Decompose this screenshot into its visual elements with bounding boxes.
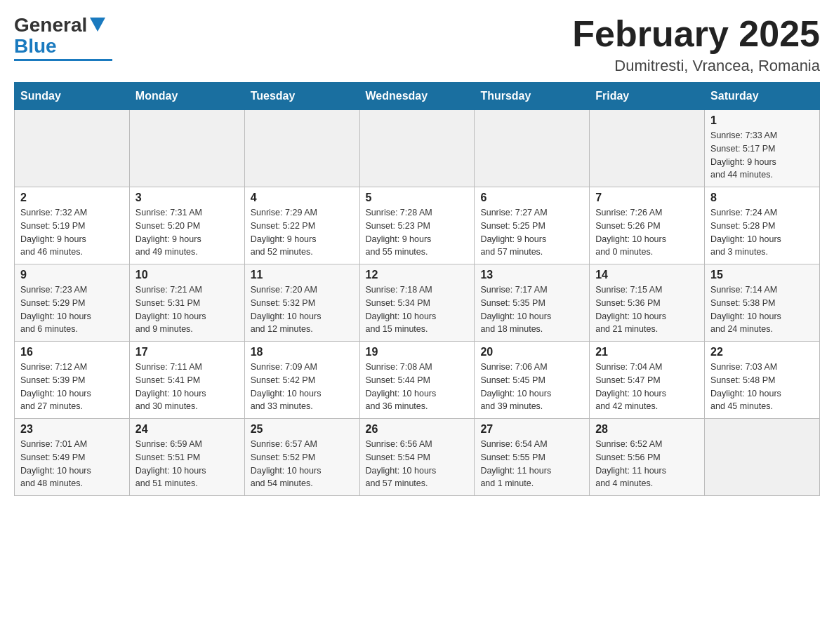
logo-triangle-icon bbox=[90, 18, 105, 32]
table-row: 13Sunrise: 7:17 AMSunset: 5:35 PMDayligh… bbox=[475, 264, 590, 342]
day-number: 22 bbox=[710, 346, 814, 358]
table-row: 5Sunrise: 7:28 AMSunset: 5:23 PMDaylight… bbox=[359, 187, 475, 264]
day-info: Sunrise: 7:23 AMSunset: 5:29 PMDaylight:… bbox=[20, 283, 124, 336]
day-info: Sunrise: 7:11 AMSunset: 5:41 PMDaylight:… bbox=[135, 361, 239, 413]
page-header: General Blue February 2025 Dumitresti, V… bbox=[14, 14, 820, 75]
table-row: 3Sunrise: 7:31 AMSunset: 5:20 PMDaylight… bbox=[129, 187, 244, 264]
day-number: 24 bbox=[135, 423, 239, 436]
day-number: 8 bbox=[710, 192, 814, 204]
day-number: 2 bbox=[20, 192, 124, 204]
table-row bbox=[590, 110, 705, 187]
calendar-week-row: 1Sunrise: 7:33 AMSunset: 5:17 PMDaylight… bbox=[15, 110, 820, 187]
table-row: 26Sunrise: 6:56 AMSunset: 5:54 PMDayligh… bbox=[359, 419, 475, 496]
day-number: 1 bbox=[710, 114, 814, 127]
table-row: 27Sunrise: 6:54 AMSunset: 5:55 PMDayligh… bbox=[475, 419, 590, 496]
calendar-header-row: Sunday Monday Tuesday Wednesday Thursday… bbox=[15, 83, 820, 110]
day-info: Sunrise: 7:03 AMSunset: 5:48 PMDaylight:… bbox=[710, 361, 814, 413]
table-row: 6Sunrise: 7:27 AMSunset: 5:25 PMDaylight… bbox=[475, 187, 590, 264]
day-number: 3 bbox=[135, 192, 239, 204]
table-row: 21Sunrise: 7:04 AMSunset: 5:47 PMDayligh… bbox=[590, 342, 705, 419]
logo-general: General bbox=[14, 14, 87, 36]
table-row bbox=[15, 110, 130, 187]
day-number: 18 bbox=[251, 346, 354, 358]
day-info: Sunrise: 7:08 AMSunset: 5:44 PMDaylight:… bbox=[366, 361, 469, 413]
table-row: 2Sunrise: 7:32 AMSunset: 5:19 PMDaylight… bbox=[15, 187, 130, 264]
month-title: February 2025 bbox=[572, 14, 820, 54]
day-info: Sunrise: 7:17 AMSunset: 5:35 PMDaylight:… bbox=[480, 283, 583, 336]
logo: General Blue bbox=[14, 14, 112, 61]
day-info: Sunrise: 7:33 AMSunset: 5:17 PMDaylight:… bbox=[710, 129, 814, 182]
day-info: Sunrise: 6:57 AMSunset: 5:52 PMDaylight:… bbox=[251, 438, 354, 490]
day-info: Sunrise: 6:52 AMSunset: 5:56 PMDaylight:… bbox=[595, 438, 699, 490]
day-number: 10 bbox=[135, 269, 239, 281]
table-row: 14Sunrise: 7:15 AMSunset: 5:36 PMDayligh… bbox=[590, 264, 705, 342]
header-saturday: Saturday bbox=[705, 83, 820, 110]
day-number: 25 bbox=[251, 423, 354, 436]
table-row: 17Sunrise: 7:11 AMSunset: 5:41 PMDayligh… bbox=[129, 342, 244, 419]
table-row: 10Sunrise: 7:21 AMSunset: 5:31 PMDayligh… bbox=[129, 264, 244, 342]
table-row: 22Sunrise: 7:03 AMSunset: 5:48 PMDayligh… bbox=[705, 342, 820, 419]
day-number: 17 bbox=[135, 346, 239, 358]
day-info: Sunrise: 7:15 AMSunset: 5:36 PMDaylight:… bbox=[595, 283, 699, 336]
day-info: Sunrise: 7:14 AMSunset: 5:38 PMDaylight:… bbox=[710, 283, 814, 336]
day-number: 4 bbox=[251, 192, 354, 204]
day-number: 26 bbox=[366, 423, 469, 436]
header-right: February 2025 Dumitresti, Vrancea, Roman… bbox=[572, 14, 820, 75]
table-row bbox=[129, 110, 244, 187]
day-info: Sunrise: 7:01 AMSunset: 5:49 PMDaylight:… bbox=[20, 438, 124, 490]
location: Dumitresti, Vrancea, Romania bbox=[572, 57, 820, 75]
header-thursday: Thursday bbox=[475, 83, 590, 110]
calendar-table: Sunday Monday Tuesday Wednesday Thursday… bbox=[14, 82, 820, 496]
calendar-week-row: 9Sunrise: 7:23 AMSunset: 5:29 PMDaylight… bbox=[15, 264, 820, 342]
table-row bbox=[705, 419, 820, 496]
day-info: Sunrise: 6:59 AMSunset: 5:51 PMDaylight:… bbox=[135, 438, 239, 490]
table-row bbox=[475, 110, 590, 187]
day-number: 23 bbox=[20, 423, 124, 436]
table-row: 4Sunrise: 7:29 AMSunset: 5:22 PMDaylight… bbox=[244, 187, 359, 264]
day-number: 20 bbox=[480, 346, 583, 358]
day-number: 27 bbox=[480, 423, 583, 436]
day-number: 16 bbox=[20, 346, 124, 358]
header-tuesday: Tuesday bbox=[244, 83, 359, 110]
day-number: 12 bbox=[366, 269, 469, 281]
day-number: 13 bbox=[480, 269, 583, 281]
day-number: 21 bbox=[595, 346, 699, 358]
day-number: 9 bbox=[20, 269, 124, 281]
table-row: 12Sunrise: 7:18 AMSunset: 5:34 PMDayligh… bbox=[359, 264, 475, 342]
logo-text: General bbox=[14, 14, 105, 36]
table-row: 28Sunrise: 6:52 AMSunset: 5:56 PMDayligh… bbox=[590, 419, 705, 496]
day-info: Sunrise: 7:31 AMSunset: 5:20 PMDaylight:… bbox=[135, 206, 239, 259]
calendar-week-row: 2Sunrise: 7:32 AMSunset: 5:19 PMDaylight… bbox=[15, 187, 820, 264]
svg-marker-0 bbox=[90, 18, 105, 32]
day-number: 6 bbox=[480, 192, 583, 204]
day-number: 19 bbox=[366, 346, 469, 358]
day-info: Sunrise: 7:18 AMSunset: 5:34 PMDaylight:… bbox=[366, 283, 469, 336]
calendar-week-row: 23Sunrise: 7:01 AMSunset: 5:49 PMDayligh… bbox=[15, 419, 820, 496]
logo-blue-text: Blue bbox=[14, 35, 57, 57]
day-info: Sunrise: 7:26 AMSunset: 5:26 PMDaylight:… bbox=[595, 206, 699, 259]
day-info: Sunrise: 7:29 AMSunset: 5:22 PMDaylight:… bbox=[251, 206, 354, 259]
header-monday: Monday bbox=[129, 83, 244, 110]
table-row: 18Sunrise: 7:09 AMSunset: 5:42 PMDayligh… bbox=[244, 342, 359, 419]
day-number: 11 bbox=[251, 269, 354, 281]
table-row: 25Sunrise: 6:57 AMSunset: 5:52 PMDayligh… bbox=[244, 419, 359, 496]
day-info: Sunrise: 7:20 AMSunset: 5:32 PMDaylight:… bbox=[251, 283, 354, 336]
logo-line bbox=[14, 59, 112, 61]
table-row: 20Sunrise: 7:06 AMSunset: 5:45 PMDayligh… bbox=[475, 342, 590, 419]
table-row: 24Sunrise: 6:59 AMSunset: 5:51 PMDayligh… bbox=[129, 419, 244, 496]
day-number: 14 bbox=[595, 269, 699, 281]
table-row: 15Sunrise: 7:14 AMSunset: 5:38 PMDayligh… bbox=[705, 264, 820, 342]
table-row: 8Sunrise: 7:24 AMSunset: 5:28 PMDaylight… bbox=[705, 187, 820, 264]
day-info: Sunrise: 7:06 AMSunset: 5:45 PMDaylight:… bbox=[480, 361, 583, 413]
table-row bbox=[244, 110, 359, 187]
day-info: Sunrise: 7:32 AMSunset: 5:19 PMDaylight:… bbox=[20, 206, 124, 259]
table-row: 11Sunrise: 7:20 AMSunset: 5:32 PMDayligh… bbox=[244, 264, 359, 342]
table-row: 1Sunrise: 7:33 AMSunset: 5:17 PMDaylight… bbox=[705, 110, 820, 187]
day-info: Sunrise: 6:54 AMSunset: 5:55 PMDaylight:… bbox=[480, 438, 583, 490]
day-info: Sunrise: 7:27 AMSunset: 5:25 PMDaylight:… bbox=[480, 206, 583, 259]
day-number: 5 bbox=[366, 192, 469, 204]
table-row: 19Sunrise: 7:08 AMSunset: 5:44 PMDayligh… bbox=[359, 342, 475, 419]
day-number: 15 bbox=[710, 269, 814, 281]
table-row: 7Sunrise: 7:26 AMSunset: 5:26 PMDaylight… bbox=[590, 187, 705, 264]
day-number: 7 bbox=[595, 192, 699, 204]
